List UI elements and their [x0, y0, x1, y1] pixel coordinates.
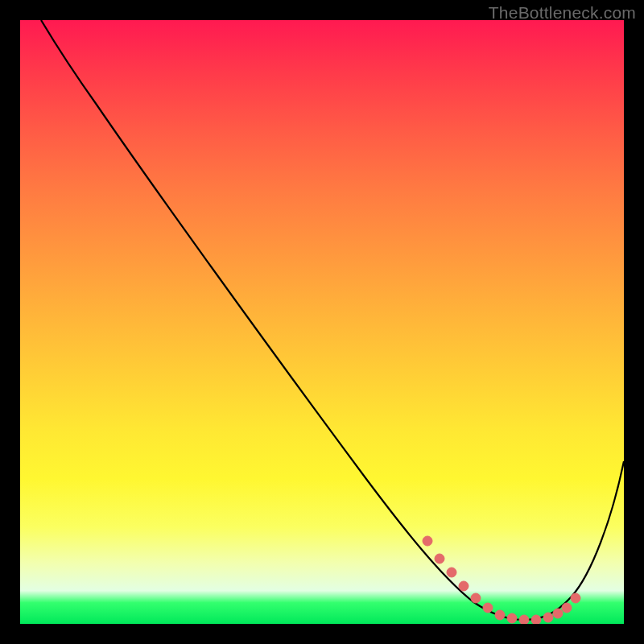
svg-point-13	[571, 593, 580, 603]
trough-dots	[423, 536, 580, 624]
svg-point-0	[423, 536, 432, 546]
curve-layer	[20, 20, 624, 624]
watermark-text: TheBottleneck.com	[489, 3, 636, 23]
svg-point-9	[531, 615, 541, 624]
svg-point-5	[483, 603, 493, 613]
svg-point-8	[519, 615, 529, 624]
svg-point-10	[543, 613, 553, 622]
svg-point-3	[459, 581, 469, 591]
chart-stage: TheBottleneck.com	[0, 0, 644, 644]
bottleneck-curve	[41, 20, 624, 620]
plot-area	[20, 20, 624, 624]
svg-point-6	[495, 610, 505, 620]
svg-point-2	[447, 568, 456, 577]
svg-point-7	[507, 613, 517, 623]
svg-point-11	[553, 609, 563, 618]
svg-point-12	[562, 603, 572, 613]
svg-point-1	[435, 554, 444, 564]
svg-point-4	[471, 593, 481, 603]
